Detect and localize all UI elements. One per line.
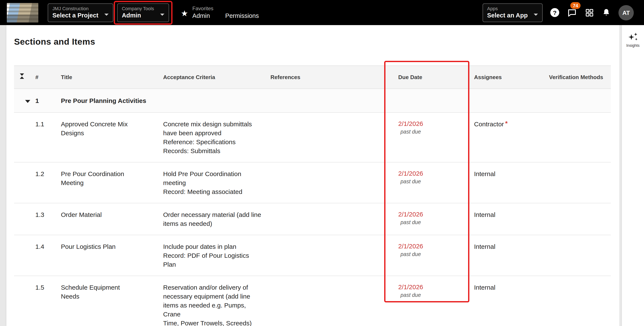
help-button[interactable]: ? [550, 8, 559, 17]
item-row[interactable]: 1.2 Pre Pour Coordination Meeting Hold P… [14, 162, 611, 203]
user-avatar[interactable]: AT [618, 5, 634, 20]
section-number: 1 [32, 89, 58, 113]
item-verification [546, 113, 611, 162]
apps-value: Select an App [487, 12, 528, 19]
top-navigation-bar: JMJ Construction Select a Project Compan… [0, 0, 644, 25]
app-launcher-button[interactable] [585, 8, 594, 17]
favorite-link-permissions[interactable]: Permissions [225, 12, 259, 20]
item-references [267, 276, 395, 326]
collapse-all-icon[interactable] [18, 72, 26, 80]
item-title: Approved Concrete Mix Designs [61, 120, 140, 137]
apps-dropdown[interactable]: Apps Select an App [482, 3, 543, 22]
due-date-value: 2/1/2026 [398, 120, 423, 127]
grid-icon [585, 8, 594, 17]
due-date-status: past due [400, 179, 421, 184]
item-due-date-cell[interactable]: 2/1/2026 past due [395, 113, 471, 162]
notifications-button[interactable] [602, 8, 611, 17]
favorites-group: ★ Favorites Admin Permissions [181, 5, 259, 20]
favorites-star-icon[interactable]: ★ [181, 8, 188, 18]
column-header-number: # [32, 66, 58, 89]
notification-count-badge: 74 [570, 2, 581, 9]
company-tools-dropdown[interactable]: Company Tools Admin [117, 3, 169, 22]
due-date-status: past due [400, 292, 421, 298]
due-date-status: past due [400, 219, 421, 225]
item-due-date-cell[interactable]: 2/1/2026 past due [395, 235, 471, 276]
page-body: Sections and Items [0, 25, 644, 326]
item-row[interactable]: 1.1 Approved Concrete Mix Designs Concre… [14, 113, 611, 162]
column-header-assignees: Assignees [471, 66, 546, 89]
item-number: 1.1 [32, 113, 58, 162]
item-due-date-cell[interactable]: 2/1/2026 past due [395, 162, 471, 203]
column-header-acceptance: Acceptance Criteria [160, 66, 267, 89]
item-title: Pre Pour Coordination Meeting [61, 169, 140, 187]
project-selector-value: Select a Project [52, 12, 98, 19]
due-date-value: 2/1/2026 [398, 170, 423, 177]
item-number: 1.2 [32, 162, 58, 203]
company-logo[interactable] [7, 3, 38, 22]
item-number: 1.3 [32, 203, 58, 235]
item-verification [546, 203, 611, 235]
chat-icon [567, 7, 577, 18]
item-title: Pour Logistics Plan [61, 242, 140, 251]
app-stage: JMJ Construction Select a Project Compan… [0, 0, 644, 326]
bell-icon [602, 8, 611, 17]
item-assignees: Contractor [474, 120, 504, 128]
section-collapse-icon[interactable] [25, 100, 30, 103]
help-icon: ? [550, 8, 559, 17]
main-content: Sections and Items [6, 25, 619, 326]
chevron-down-icon [160, 14, 164, 16]
item-acceptance-criteria: Concrete mix design submittals have been… [163, 120, 262, 155]
apps-label: Apps [487, 6, 528, 12]
column-header-verification: Verification Methods [546, 66, 611, 89]
item-references [267, 162, 395, 203]
due-date-status: past due [400, 251, 421, 257]
item-row[interactable]: 1.5 Schedule Equipment Needs Reservation… [14, 276, 611, 326]
item-verification [546, 235, 611, 276]
company-tools-value: Admin [122, 12, 154, 19]
column-header-references: References [267, 66, 395, 89]
item-acceptance-criteria: Order necessary material (add line items… [163, 210, 262, 228]
item-due-date-cell[interactable]: 2/1/2026 past due [395, 203, 471, 235]
item-acceptance-criteria: Reservation and/or delivery of necessary… [163, 283, 262, 326]
item-row[interactable]: 1.3 Order Material Order necessary mater… [14, 203, 611, 235]
item-acceptance-criteria: Hold Pre Pour Coordination meeting Recor… [163, 169, 262, 196]
chevron-down-icon [534, 14, 538, 16]
insights-button[interactable]: Insights [626, 32, 640, 48]
item-verification [546, 276, 611, 326]
column-header-due-date: Due Date [395, 66, 471, 89]
item-acceptance-criteria: Include pour dates in plan Record: PDF o… [163, 242, 262, 269]
due-date-value: 2/1/2026 [398, 210, 423, 218]
project-selector-dropdown[interactable]: JMJ Construction Select a Project [48, 3, 113, 22]
right-rail: Insights [622, 25, 644, 326]
left-gutter [0, 25, 6, 326]
section-title: Pre Pour Planning Activities [58, 89, 395, 113]
column-header-title: Title [58, 66, 160, 89]
item-assignees: Internal [474, 284, 495, 291]
chevron-down-icon [104, 14, 108, 16]
due-date-status: past due [400, 129, 421, 135]
messages-button[interactable]: 74 [567, 7, 577, 18]
item-references [267, 203, 395, 235]
item-references [267, 235, 395, 276]
item-row[interactable]: 1.4 Pour Logistics Plan Include pour dat… [14, 235, 611, 276]
item-title: Schedule Equipment Needs [61, 283, 140, 301]
item-number: 1.4 [32, 235, 58, 276]
item-verification [546, 162, 611, 203]
item-assignees: Internal [474, 211, 495, 218]
sections-items-table: # Title Acceptance Criteria References D… [14, 65, 611, 326]
insights-sparkle-icon [628, 32, 638, 42]
favorites-label: Favorites [192, 5, 259, 12]
insights-label: Insights [626, 43, 640, 48]
page-title: Sections and Items [14, 37, 611, 47]
favorite-link-admin[interactable]: Admin [192, 12, 210, 20]
topbar-right-cluster: Apps Select an App ? 74 [482, 3, 634, 22]
due-date-value: 2/1/2026 [398, 242, 423, 250]
item-references [267, 113, 395, 162]
required-asterisk: * [505, 120, 508, 127]
section-row[interactable]: 1 Pre Pour Planning Activities [14, 89, 611, 113]
right-gutter [619, 25, 622, 326]
due-date-value: 2/1/2026 [398, 283, 423, 291]
company-tools-label: Company Tools [122, 6, 154, 12]
item-assignees: Internal [474, 170, 495, 177]
item-due-date-cell[interactable]: 2/1/2026 past due [395, 276, 471, 326]
